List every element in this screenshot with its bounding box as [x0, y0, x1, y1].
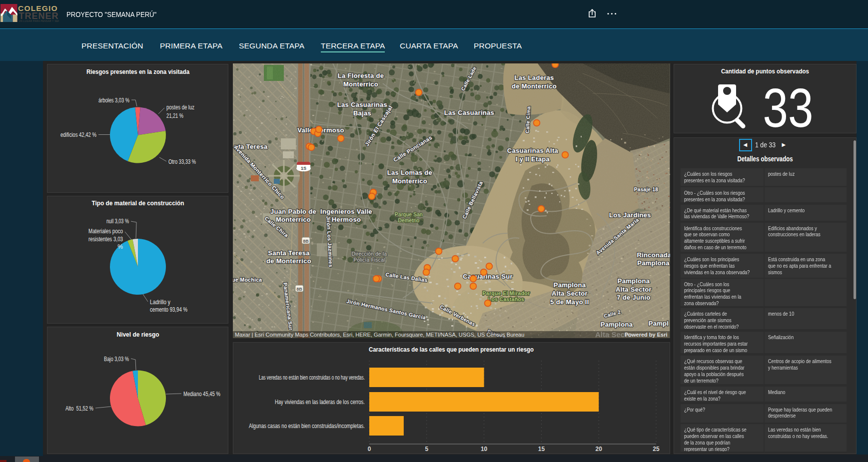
svg-text:Demetrio: Demetrio: [398, 218, 420, 223]
svg-text:Las Laderas: Las Laderas: [514, 74, 554, 81]
svg-text:de Monterrico: de Monterrico: [266, 257, 311, 265]
svg-text:Policía Fiscal: Policía Fiscal: [353, 257, 385, 263]
svg-text:Monterrico: Monterrico: [392, 177, 427, 185]
svg-text:Ingenieros Valle: Ingenieros Valle: [320, 208, 372, 215]
svg-text:null 3,03 %: null 3,03 %: [106, 218, 129, 225]
svg-text:Parque El Mirador: Parque El Mirador: [483, 290, 530, 296]
svg-text:La Floresta de: La Floresta de: [338, 72, 384, 79]
svg-text:Hermoso: Hermoso: [332, 216, 361, 223]
svg-text:cemento 93,94 %: cemento 93,94 %: [150, 306, 187, 313]
svg-text:de Monterrico: de Monterrico: [512, 82, 557, 90]
svg-text:Parque San: Parque San: [395, 212, 423, 217]
svg-text:Detalles observados: Detalles observados: [737, 155, 793, 163]
svg-text:Materiales poco: Materiales poco: [88, 228, 123, 235]
svg-text:%: %: [117, 243, 123, 250]
svg-text:0: 0: [368, 446, 371, 453]
svg-text:33: 33: [763, 77, 813, 133]
svg-text:15: 15: [538, 446, 545, 453]
svg-text:que Mochica: que Mochica: [233, 277, 262, 283]
svg-text:5: 5: [425, 446, 428, 453]
svg-text:Ladrillo y: Ladrillo y: [150, 299, 170, 306]
svg-text:Otro 33,33 %: Otro 33,33 %: [168, 158, 196, 165]
svg-text:resistentes 3,03: resistentes 3,03: [88, 236, 123, 243]
svg-text:Casuarinas Alta: Casuarinas Alta: [507, 147, 559, 154]
svg-text:Pamplona: Pamplona: [618, 277, 650, 285]
svg-text:Las Casuarinas: Las Casuarinas: [444, 109, 494, 116]
svg-text:Pasaje 18: Pasaje 18: [634, 187, 658, 192]
svg-text:UN LUGAR PARA PENSAR Y SER: UN LUGAR PARA PENSAR Y SER: [19, 20, 59, 22]
svg-text:TRENER: TRENER: [19, 11, 59, 21]
svg-text:Mediano 45,45 %: Mediano 45,45 %: [183, 390, 220, 397]
svg-text:Algunas casas no están bien co: Algunas casas no están bien construidas/…: [249, 423, 365, 430]
svg-text:10: 10: [481, 446, 488, 453]
svg-text:I y II Etapa: I y II Etapa: [516, 155, 550, 163]
svg-text:Los Castaños: Los Castaños: [488, 296, 524, 302]
svg-text:postes de luz: postes de luz: [166, 104, 194, 111]
svg-text:8B: 8B: [303, 239, 309, 244]
svg-text:edificios 42,42 %: edificios 42,42 %: [60, 131, 96, 138]
svg-text:Powered by Esri: Powered by Esri: [625, 332, 668, 338]
svg-text:25: 25: [653, 446, 660, 453]
svg-text:20: 20: [596, 446, 603, 453]
svg-text:Alta Sector: Alta Sector: [552, 290, 588, 297]
svg-text:árboles 3,03 %: árboles 3,03 %: [98, 96, 129, 103]
svg-text:Pampl: Pampl: [649, 320, 669, 327]
svg-text:8B: 8B: [296, 287, 302, 292]
svg-text:Alta Sector: Alta Sector: [616, 286, 652, 293]
svg-text:Las Casuarinas: Las Casuarinas: [337, 101, 387, 108]
svg-text:Dirección de la: Dirección de la: [352, 251, 387, 257]
svg-text:Monterrico: Monterrico: [343, 80, 378, 88]
svg-text:Bajo 3,03 %: Bajo 3,03 %: [104, 355, 129, 362]
svg-text:7 de Junio: 7 de Junio: [617, 294, 650, 301]
svg-text:Pamplona: Pamplona: [554, 281, 586, 289]
svg-text:Rinconada: Rinconada: [637, 251, 670, 259]
svg-text:Alto 51,52 %: Alto 51,52 %: [65, 405, 93, 412]
svg-text:1S: 1S: [301, 166, 306, 171]
svg-text:Monterrico: Monterrico: [276, 216, 311, 223]
svg-text:Bajas: Bajas: [353, 109, 371, 117]
svg-text:Maxar | Esri Community Maps Co: Maxar | Esri Community Maps Contributors…: [235, 332, 524, 338]
svg-text:Pamplona A: Pamplona A: [637, 259, 670, 267]
svg-text:Santa Teresa: Santa Teresa: [268, 249, 310, 257]
svg-text:Las veredas no están bien cons: Las veredas no están bien construidas o …: [259, 374, 365, 381]
svg-text:5 de Mayo II: 5 de Mayo II: [550, 298, 589, 306]
svg-text:Los Jardines: Los Jardines: [609, 211, 651, 219]
svg-text:Hay viviendas en las laderas d: Hay viviendas en las laderas de los cerr…: [275, 399, 365, 406]
svg-text:Juan Pablo de: Juan Pablo de: [270, 208, 316, 215]
svg-text:Pamplona: Pamplona: [601, 321, 633, 328]
svg-text:21,21 %: 21,21 %: [166, 112, 183, 119]
svg-text:Las Lomas de: Las Lomas de: [387, 169, 432, 176]
